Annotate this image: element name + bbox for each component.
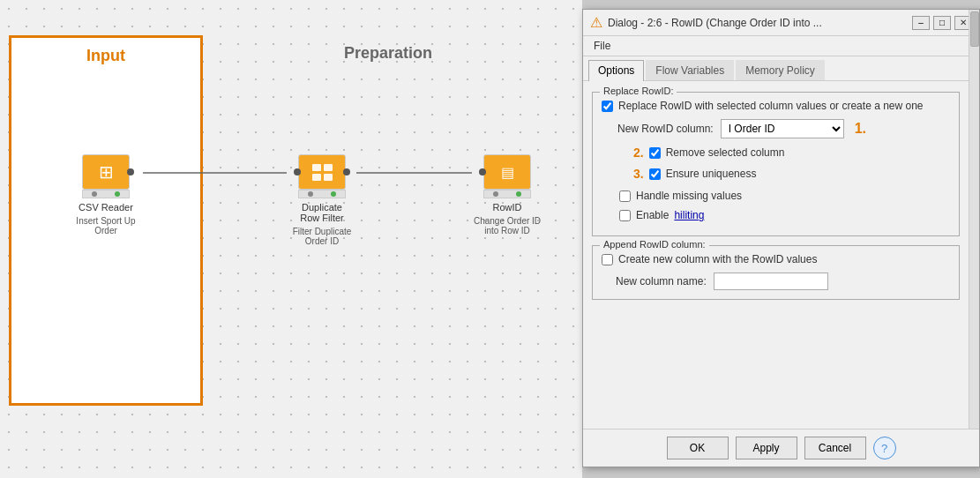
dialog-titlebar: ⚠ Dialog - 2:6 - RowID (Change Order ID …	[583, 10, 979, 36]
step3-label: 3.	[633, 167, 644, 181]
dialog-window: ⚠ Dialog - 2:6 - RowID (Change Order ID …	[582, 9, 980, 467]
dialog-title-text: Dialog - 2:6 - RowID (Change Order ID in…	[608, 17, 822, 29]
replace-group-title: Replace RowID:	[600, 86, 677, 96]
rowid-label: RowID	[492, 202, 521, 213]
title-left: ⚠ Dialog - 2:6 - RowID (Change Order ID …	[590, 14, 822, 31]
csv-reader-icon: ⊞	[99, 161, 114, 183]
port-dot-green	[115, 191, 120, 197]
title-buttons: – □ ✕	[912, 16, 972, 30]
rowid-icon: ▤	[501, 164, 514, 181]
create-col-label: Create new column with the RowID values	[618, 253, 817, 265]
step2-label: 2.	[633, 146, 644, 160]
dropdown-label: New RowID column:	[617, 123, 714, 135]
col-name-label: New column name:	[616, 275, 707, 288]
replace-checkbox[interactable]	[602, 101, 613, 112]
hiliting-link[interactable]: hiliting	[674, 209, 704, 221]
cancel-button[interactable]: Cancel	[804, 437, 866, 459]
ensure-unique-label: Ensure uniqueness	[666, 168, 757, 180]
rowid-node[interactable]: ▤ RowID Change Order ID into Row ID	[472, 154, 542, 235]
port-dot	[493, 191, 498, 197]
dialog-scrollbar[interactable]	[969, 10, 979, 467]
file-menu[interactable]: File	[590, 39, 614, 53]
dup-filter-sublabel: Filter Duplicate Order ID	[287, 227, 357, 246]
replace-rowid-group: Replace RowID: Replace RowID with select…	[592, 92, 960, 236]
step1-label: 1.	[855, 121, 866, 137]
create-col-checkbox[interactable]	[602, 254, 613, 265]
dialog-footer: OK Apply Cancel ?	[583, 429, 979, 467]
csv-reader-sublabel: Insert Sport Up Order	[71, 216, 141, 235]
tab-options[interactable]: Options	[588, 60, 644, 81]
port-dot-green	[516, 191, 521, 197]
tab-bar: Options Flow Variables Memory Policy	[583, 56, 979, 81]
enable-hiliting-label: Enable	[636, 209, 669, 221]
port-dot-green	[331, 191, 336, 197]
replace-checkbox-label: Replace RowID with selected column value…	[618, 100, 924, 112]
csv-reader-node[interactable]: ⊞ CSV Reader Insert Sport Up Order	[71, 154, 141, 235]
rowid-input-port	[479, 168, 486, 176]
input-label: Input	[11, 38, 200, 74]
tab-memory-policy[interactable]: Memory Policy	[736, 60, 825, 80]
append-rowid-group: Append RowID column: Create new column w…	[592, 245, 960, 300]
prep-label: Preparation	[212, 44, 565, 63]
handle-missing-row: Handle missing values	[619, 190, 950, 202]
port-dot	[308, 191, 313, 197]
tab-flow-variables[interactable]: Flow Variables	[646, 60, 734, 80]
append-group-title: Append RowID column:	[600, 239, 709, 250]
port-dot	[92, 191, 97, 197]
handle-missing-checkbox[interactable]	[619, 190, 631, 202]
remove-col-label: Remove selected column	[666, 146, 785, 159]
dup-output-port	[343, 168, 350, 176]
col-name-input[interactable]	[714, 273, 828, 290]
replace-checkbox-row: Replace RowID with selected column value…	[602, 100, 950, 112]
enable-hiliting-row: Enable hiliting	[619, 209, 950, 221]
dup-filter-label: DuplicateRow Filter	[300, 202, 344, 223]
enable-hiliting-checkbox[interactable]	[619, 210, 631, 221]
scrollbar-thumb	[970, 11, 979, 47]
dup-input-port	[294, 168, 301, 176]
create-col-row: Create new column with the RowID values	[602, 253, 950, 265]
warning-icon: ⚠	[590, 14, 602, 31]
csv-output-port	[127, 168, 134, 176]
rowid-sublabel: Change Order ID into Row ID	[472, 216, 542, 235]
remove-col-checkbox[interactable]	[649, 147, 661, 159]
ensure-unique-checkbox[interactable]	[649, 168, 661, 180]
maximize-button[interactable]: □	[933, 16, 951, 30]
dup-filter-node[interactable]: DuplicateRow Filter Filter Duplicate Ord…	[287, 154, 357, 246]
menubar: File	[583, 36, 979, 56]
ok-button[interactable]: OK	[667, 437, 729, 459]
rowid-column-dropdown[interactable]: I Order ID	[721, 119, 844, 138]
apply-button[interactable]: Apply	[736, 437, 797, 459]
csv-reader-label: CSV Reader	[79, 202, 133, 213]
minimize-button[interactable]: –	[912, 16, 930, 30]
handle-missing-label: Handle missing values	[636, 190, 742, 202]
col-name-row: New column name:	[616, 273, 950, 290]
dialog-content: Replace RowID: Replace RowID with select…	[583, 85, 969, 427]
help-button[interactable]: ?	[873, 437, 896, 459]
